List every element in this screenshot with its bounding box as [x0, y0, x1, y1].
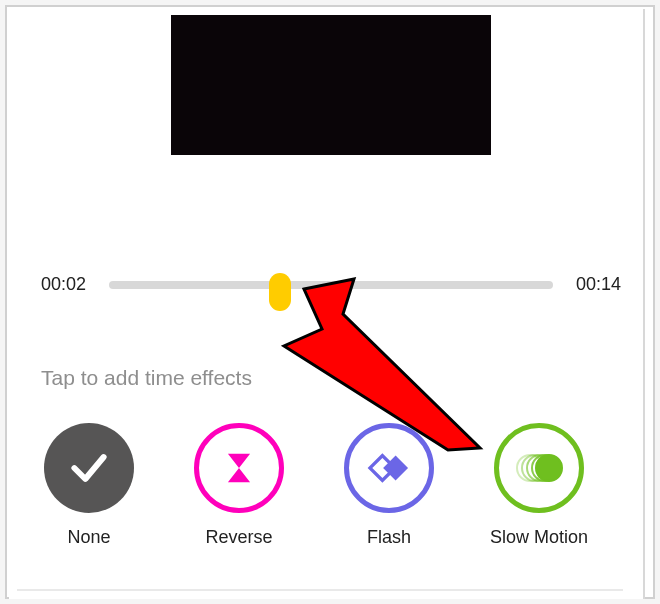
check-icon — [67, 446, 111, 490]
app-viewport: 00:02 00:14 Tap to add time effects None — [9, 9, 645, 599]
effect-slow-motion-label: Slow Motion — [490, 527, 588, 548]
timeline-end-label: 00:14 — [576, 274, 621, 295]
time-effects-row: None Reverse Flash — [39, 423, 589, 548]
motion-circles-icon — [514, 443, 564, 493]
effect-reverse-label: Reverse — [205, 527, 272, 548]
effect-flash: Flash — [339, 423, 439, 548]
hint-text: Tap to add time effects — [41, 366, 252, 390]
timeline-track[interactable] — [109, 281, 553, 289]
effect-flash-button[interactable] — [344, 423, 434, 513]
timeline: 00:02 00:14 — [41, 274, 621, 298]
effect-none-button[interactable] — [44, 423, 134, 513]
hourglass-icon — [220, 449, 258, 487]
video-preview[interactable] — [171, 15, 491, 155]
effect-flash-label: Flash — [367, 527, 411, 548]
effect-none: None — [39, 423, 139, 548]
diamond-overlap-icon — [367, 446, 411, 490]
effect-reverse-button[interactable] — [194, 423, 284, 513]
timeline-start-label: 00:02 — [41, 274, 86, 295]
bottom-divider — [17, 589, 623, 591]
effect-reverse: Reverse — [189, 423, 289, 548]
effect-slow-motion-button[interactable] — [494, 423, 584, 513]
effect-none-label: None — [67, 527, 110, 548]
effect-slow-motion: Slow Motion — [489, 423, 589, 548]
timeline-handle[interactable] — [269, 273, 291, 311]
screenshot-frame: 00:02 00:14 Tap to add time effects None — [5, 5, 655, 599]
